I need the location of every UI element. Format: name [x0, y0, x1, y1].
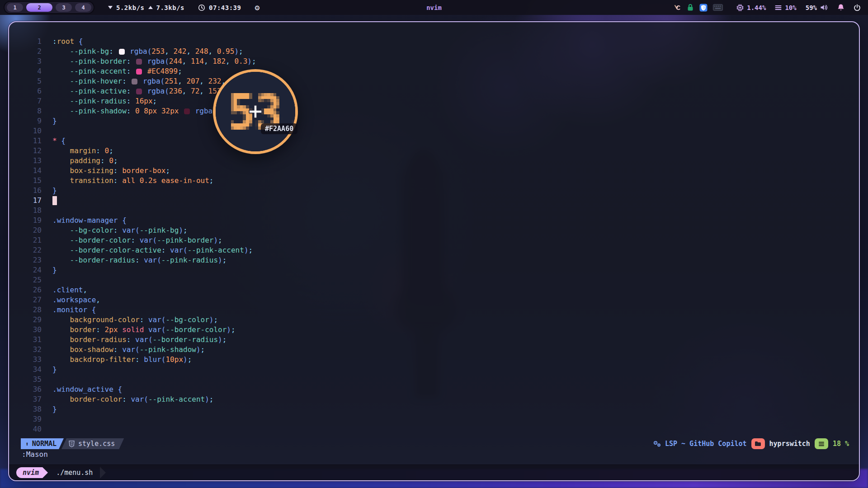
code-line[interactable]: 10	[21, 126, 855, 136]
code-line[interactable]: 19.window-manager {	[21, 216, 855, 225]
workspace-3[interactable]: 3	[56, 3, 72, 12]
workspace-2[interactable]: 2	[26, 3, 52, 12]
line-number: 39	[21, 414, 42, 424]
code-line[interactable]: 2 --pink-bg: rgba(253, 242, 248, 0.95);	[21, 47, 855, 56]
code-line[interactable]: 3 --pink-border: rgba(244, 114, 182, 0.3…	[21, 56, 855, 66]
line-number: 14	[21, 166, 42, 176]
code-line[interactable]: 4 --pink-accent: #EC4899;	[21, 66, 855, 76]
bitwarden-shield-icon[interactable]	[699, 4, 708, 12]
lock-icon[interactable]	[687, 4, 694, 11]
file-name: style.css	[78, 440, 115, 448]
lsp-status: LSP ~ GitHub Copilot	[652, 440, 747, 448]
power-icon[interactable]	[854, 4, 861, 11]
code-line[interactable]: 36.window_active {	[21, 385, 855, 394]
line-number: 15	[21, 176, 42, 186]
code-line[interactable]: 40	[21, 424, 855, 434]
keyboard-icon[interactable]	[713, 4, 723, 11]
code-line[interactable]: 27.workspace,	[21, 295, 855, 305]
volume-widget[interactable]: 59%	[806, 4, 828, 11]
code-line[interactable]: 15 transition: all 0.2s ease-in-out;	[21, 176, 855, 186]
code-line[interactable]: 17	[21, 196, 855, 206]
memory-percent: 10%	[785, 4, 796, 11]
code-line[interactable]: 7 --pink-radius: 16px;	[21, 96, 855, 106]
network-widget[interactable]: 5.2kb/s 7.3kb/s	[108, 4, 184, 11]
line-number: 8	[21, 106, 42, 116]
color-swatch	[184, 108, 190, 114]
code-line[interactable]: 22 --border-color-active: var(--pink-acc…	[21, 245, 855, 255]
line-number: 33	[21, 355, 42, 365]
statusline: ⬆︎ NORMAL style.css LSP ~ GitHub Copilot	[21, 438, 849, 450]
bell-icon[interactable]	[837, 4, 844, 11]
code-line[interactable]: 39	[21, 414, 855, 424]
code-line[interactable]: 35	[21, 375, 855, 385]
cpu-percent: 1.44%	[747, 4, 766, 11]
code-line[interactable]: 25	[21, 275, 855, 285]
command-line[interactable]: :Mason	[22, 450, 48, 459]
tray-app-icon[interactable]	[674, 4, 681, 11]
code-line[interactable]: 24}	[21, 265, 855, 275]
code-line[interactable]: 20 --bg-color: var(--pink-bg);	[21, 225, 855, 235]
memory-widget[interactable]: 10%	[775, 4, 796, 11]
line-number: 21	[21, 235, 42, 245]
code-line[interactable]: 31 border-radius: var(--border-radius);	[21, 335, 855, 345]
code-line[interactable]: 1:root {	[21, 37, 855, 47]
download-arrow-icon	[108, 6, 113, 9]
code-line[interactable]: 14 box-sizing: border-box;	[21, 166, 855, 176]
code-line[interactable]: 23 --border-radius: var(--pink-radius);	[21, 255, 855, 265]
line-number: 17	[21, 196, 42, 206]
line-number: 31	[21, 335, 42, 345]
code-line[interactable]: 13 padding: 0;	[21, 156, 855, 166]
line-number: 16	[21, 186, 42, 196]
workspace-1[interactable]: 1	[7, 3, 23, 12]
code-line[interactable]: 30 border: 2px solid var(--border-color)…	[21, 325, 855, 335]
tab-path[interactable]: ./menu.sh	[56, 469, 93, 477]
code-line[interactable]: 16}	[21, 186, 855, 196]
code-line[interactable]: 5 --pink-hover: rgba(251, 207, 232,	[21, 76, 855, 86]
code-line[interactable]: 32 box-shadow: var(--pink-shadow);	[21, 345, 855, 355]
code-line[interactable]: 34}	[21, 365, 855, 375]
line-number: 23	[21, 255, 42, 265]
workspaces: 1234	[4, 1, 94, 14]
code-line[interactable]: 21 --border-color: var(--pink-border);	[21, 235, 855, 245]
color-swatch	[136, 59, 142, 65]
color-picker-magnifier: #F2AA60	[213, 69, 298, 154]
line-number: 3	[21, 56, 42, 66]
code-line[interactable]: 18	[21, 206, 855, 216]
clock-icon	[198, 4, 205, 11]
code-line[interactable]: 33 backdrop-filter: blur(10px);	[21, 355, 855, 365]
line-number: 22	[21, 245, 42, 255]
code-line[interactable]: 9}	[21, 116, 855, 126]
lsp-label: LSP ~ GitHub Copilot	[665, 440, 747, 448]
cpu-widget[interactable]: 1.44%	[736, 4, 766, 11]
gear-icon[interactable]: ⚙	[255, 3, 259, 12]
line-number: 5	[21, 76, 42, 86]
line-number: 26	[21, 285, 42, 295]
line-number: 29	[21, 315, 42, 325]
code-line[interactable]: 11* {	[21, 136, 855, 146]
code-line[interactable]: 37 border-color: var(--pink-accent);	[21, 394, 855, 404]
battery-badge	[815, 438, 828, 449]
file-segment[interactable]: style.css	[61, 438, 124, 449]
mode-label: NORMAL	[32, 440, 57, 448]
line-number: 11	[21, 136, 42, 146]
code-line[interactable]: 12 margin: 0;	[21, 146, 855, 156]
code-line[interactable]: 38}	[21, 404, 855, 414]
code-line[interactable]: 28.monitor {	[21, 305, 855, 315]
code-line[interactable]: 6 --pink-active: rgba(236, 72, 153	[21, 86, 855, 96]
code-line[interactable]: 8 --pink-shadow: 0 8px 32px rgba(	[21, 106, 855, 116]
workspace-4[interactable]: 4	[75, 3, 91, 12]
code-line[interactable]: 29 background-color: var(--bg-color);	[21, 315, 855, 325]
code-line[interactable]: 26.client,	[21, 285, 855, 295]
line-number: 35	[21, 375, 42, 385]
color-swatch	[136, 69, 142, 75]
line-number: 38	[21, 404, 42, 414]
cursor-block	[52, 196, 57, 205]
net-down-speed: 5.2kb/s	[116, 4, 145, 11]
line-number: 13	[21, 156, 42, 166]
crosshair-icon	[248, 104, 263, 119]
line-number: 27	[21, 295, 42, 305]
folder-icon	[755, 441, 761, 446]
tab-app-pill[interactable]: nvim	[16, 467, 42, 478]
clock-widget[interactable]: 07:43:39	[198, 4, 241, 11]
editor-buffer[interactable]: 1:root {2 --pink-bg: rgba(253, 242, 248,…	[21, 37, 855, 434]
